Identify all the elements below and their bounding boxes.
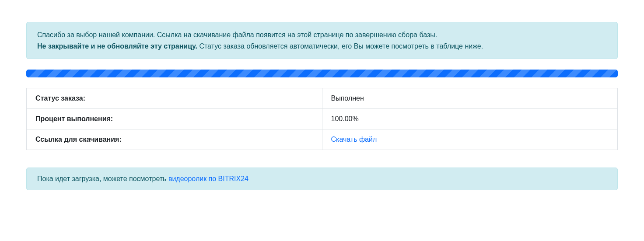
progress-bar [26,70,618,77]
status-value: Выполнен [322,88,618,109]
status-table: Статус заказа: Выполнен Процент выполнен… [26,88,618,150]
notice-text-line1: Спасибо за выбор нашей компании. Ссылка … [37,31,437,38]
table-row: Статус заказа: Выполнен [27,88,618,109]
download-link[interactable]: Скачать файл [331,136,377,143]
notice-text-line2: Статус заказа обновляется автоматически,… [197,42,483,50]
bitrix-video-link[interactable]: видеоролик по BITRIX24 [168,175,248,182]
bottom-alert: Пока идет загрузка, можете посмотреть ви… [26,168,618,190]
bottom-prefix: Пока идет загрузка, можете посмотреть [37,175,168,182]
table-row: Ссылка для скачивания: Скачать файл [27,129,618,150]
table-row: Процент выполнения: 100.00% [27,109,618,129]
percent-label: Процент выполнения: [27,109,322,129]
notice-alert: Спасибо за выбор нашей компании. Ссылка … [26,22,618,59]
percent-value: 100.00% [322,109,618,129]
download-label: Ссылка для скачивания: [27,129,322,150]
status-label: Статус заказа: [27,88,322,109]
notice-strong: Не закрывайте и не обновляйте эту страни… [37,42,197,50]
